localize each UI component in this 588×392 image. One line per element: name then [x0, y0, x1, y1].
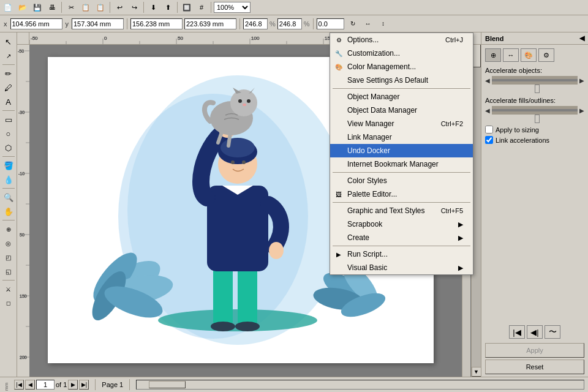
eyedropper-tool[interactable]: 💧: [2, 173, 15, 186]
num1-input[interactable]: [243, 18, 268, 29]
knife-tool[interactable]: ⚔: [2, 282, 15, 296]
undo-btn[interactable]: ↩: [113, 1, 126, 14]
svg-point-59: [242, 160, 246, 164]
accel-obj-right-arrow[interactable]: ▶: [579, 77, 584, 84]
blend-panel-header: Blend ◀: [481, 32, 588, 45]
menu-sep1: [333, 88, 470, 89]
erase-tool[interactable]: ◻: [2, 296, 15, 310]
tool-sep1: [2, 64, 15, 65]
blend-tool[interactable]: ⊕: [2, 222, 15, 236]
page-last-btn[interactable]: ▶|: [79, 380, 89, 390]
angle-input[interactable]: [317, 18, 344, 29]
menu-item-scrapbook[interactable]: Scrapbook ▶: [330, 217, 473, 231]
pan-tool[interactable]: ✋: [2, 205, 15, 218]
zoom-tool[interactable]: 🔍: [2, 190, 15, 204]
menu-item-save-settings[interactable]: Save Settings As Default: [330, 74, 473, 87]
grid-btn[interactable]: #: [195, 1, 208, 14]
canvas-area[interactable]: -50 0 50 100 150 200 -50: [17, 32, 481, 377]
menu-item-run-script[interactable]: ▶ Run Script...: [330, 247, 473, 261]
page-input[interactable]: [36, 380, 55, 390]
paste-btn[interactable]: 📋: [94, 1, 107, 14]
rect-tool[interactable]: ▭: [2, 113, 15, 126]
print-btn[interactable]: 🖶: [45, 1, 59, 14]
hscroll-thumb[interactable]: [149, 381, 186, 388]
svg-rect-52: [207, 186, 268, 271]
cut-btn[interactable]: ✂: [64, 1, 78, 14]
accel-objects-slider[interactable]: [492, 76, 578, 85]
svg-point-51: [235, 322, 260, 331]
flip-h-btn[interactable]: ↔: [361, 17, 375, 31]
tool-sep3: [2, 156, 15, 157]
blend-icon-row: ⊕ ↔ 🎨 ⚙: [485, 48, 584, 62]
menu-item-graphic-text[interactable]: Graphic and Text Styles Ctrl+F5: [330, 204, 473, 217]
height-input[interactable]: [184, 18, 236, 29]
y-coord-input[interactable]: [72, 18, 124, 29]
ellipse-tool[interactable]: ○: [2, 127, 15, 140]
zoom-select[interactable]: 100%: [214, 2, 251, 13]
snap-btn[interactable]: 🔲: [180, 1, 194, 14]
accel-obj-left-arrow[interactable]: ◀: [485, 77, 490, 84]
page-prev-btn[interactable]: ◀: [25, 380, 35, 390]
menu-graphic-text-label: Graphic and Text Styles: [347, 206, 425, 215]
polygon-tool[interactable]: ⬡: [2, 141, 15, 154]
text-tool[interactable]: A: [2, 95, 15, 108]
accel-fills-right-arrow[interactable]: ▶: [579, 107, 584, 114]
menu-object-data-label: Object Data Manager: [347, 106, 417, 115]
import-btn[interactable]: ⬇: [146, 1, 160, 14]
blend-collapse-btn[interactable]: ◀: [579, 34, 584, 42]
accel-fills-slider[interactable]: [492, 106, 578, 115]
menu-item-color-styles[interactable]: Color Styles: [330, 174, 473, 187]
menu-item-object-data[interactable]: Object Data Manager: [330, 104, 473, 117]
pen-tool[interactable]: 🖊: [2, 81, 15, 94]
redo-btn[interactable]: ↪: [127, 1, 141, 14]
extrude-tool[interactable]: ◱: [2, 265, 15, 278]
shadow-tool[interactable]: ◰: [2, 251, 15, 264]
width-input[interactable]: [130, 18, 183, 29]
blend-reset-btn[interactable]: Reset: [485, 360, 584, 374]
blend-steps-btn[interactable]: ⊕: [485, 48, 501, 62]
link-accel-checkbox[interactable]: [485, 136, 493, 144]
hscroll-track[interactable]: [136, 380, 584, 390]
fill-tool[interactable]: 🪣: [2, 159, 15, 172]
menu-item-view-mgr[interactable]: View Manager Ctrl+F2: [330, 117, 473, 130]
copy-btn[interactable]: 📋: [79, 1, 92, 14]
blend-distance-btn[interactable]: ↔: [503, 48, 519, 62]
menu-item-visual-basic[interactable]: Visual Basic ▶: [330, 261, 473, 274]
contour-tool[interactable]: ◎: [2, 236, 15, 250]
blend-color-btn[interactable]: 🎨: [521, 48, 537, 62]
blend-apply-btn[interactable]: Apply: [485, 343, 584, 358]
menu-item-internet-bm[interactable]: Internet Bookmark Manager: [330, 157, 473, 171]
apply-sizing-checkbox[interactable]: [485, 126, 493, 134]
menu-item-link-mgr[interactable]: Link Manager: [330, 130, 473, 144]
page-first-btn[interactable]: |◀: [14, 380, 24, 390]
svg-text:0: 0: [104, 36, 107, 41]
new-btn[interactable]: 📄: [1, 1, 15, 14]
menu-item-customization[interactable]: 🔧 Customization...: [330, 47, 473, 60]
select-tool[interactable]: ↖: [2, 35, 15, 48]
scroll-down-btn[interactable]: ▼: [472, 367, 481, 377]
menu-item-undo-docker[interactable]: Undo Docker: [330, 144, 473, 157]
export-btn[interactable]: ⬆: [161, 1, 175, 14]
rotate-btn[interactable]: ↻: [346, 17, 360, 31]
page-next-btn[interactable]: ▶: [68, 380, 78, 390]
view-mgr-shortcut: Ctrl+F2: [441, 120, 463, 127]
blend-misc-btn[interactable]: ⚙: [538, 48, 554, 62]
accel-fills-left-arrow[interactable]: ◀: [485, 107, 490, 114]
menu-item-color-mgmt[interactable]: 🎨 Color Management...: [330, 60, 473, 74]
customization-icon: 🔧: [334, 48, 344, 58]
menu-item-options[interactable]: ⚙ Options... Ctrl+J: [330, 33, 473, 47]
subselect-tool[interactable]: ↗: [2, 49, 15, 62]
blend-first-btn[interactable]: |◀: [509, 325, 525, 339]
menu-color-styles-label: Color Styles: [347, 176, 387, 185]
freehand-tool[interactable]: ✏: [2, 67, 15, 80]
x-coord-input[interactable]: [10, 18, 62, 29]
menu-item-object-mgr[interactable]: Object Manager: [330, 90, 473, 104]
open-btn[interactable]: 📂: [16, 1, 29, 14]
menu-item-create[interactable]: Create ▶: [330, 231, 473, 244]
flip-v-btn[interactable]: ↕: [377, 17, 390, 31]
num2-input[interactable]: [277, 18, 302, 29]
menu-item-palette-editor[interactable]: 🖼 Palette Editor...: [330, 187, 473, 201]
blend-wave-btn[interactable]: 〜: [545, 325, 560, 339]
blend-prev-btn[interactable]: ◀|: [527, 325, 543, 339]
save-btn[interactable]: 💾: [31, 1, 44, 14]
